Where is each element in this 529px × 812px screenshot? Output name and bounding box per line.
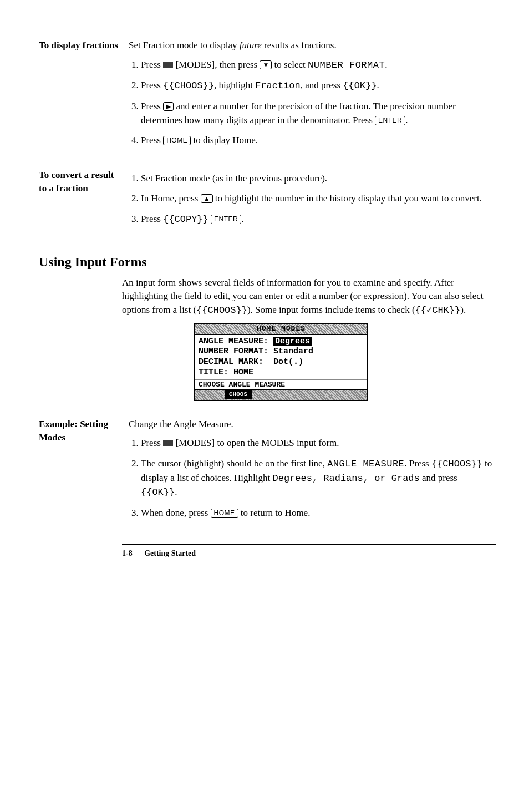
field-value: HOME (233, 368, 253, 377)
number-format-label: NUMBER FORMAT (308, 60, 385, 70)
body-display-fractions: Set Fraction mode to display future resu… (129, 39, 496, 154)
home-key-icon: HOME (211, 509, 238, 518)
enter-key-icon: ENTER (211, 215, 241, 224)
screen-line-decimal: DECIMAL MARK: Dot(.) (199, 357, 364, 368)
angle-measure-label: ANGLE MEASURE (327, 459, 404, 469)
down-arrow-key-icon: ▼ (260, 60, 272, 69)
text: When done, press (141, 507, 211, 518)
screen-line-number: NUMBER FORMAT: Standard (199, 347, 364, 357)
softkey-3 (253, 390, 281, 399)
text: . Press (404, 458, 431, 469)
screen-softkeys: CHOOS (195, 389, 367, 400)
text: , then press (215, 59, 260, 70)
step-1: Set Fraction mode (as in the previous pr… (141, 172, 496, 186)
choos-softkey: {{CHOOS}} (163, 80, 214, 91)
screen-line-title: TITLE: HOME (199, 368, 364, 378)
home-key-icon: HOME (163, 136, 191, 145)
step-3: Press {{COPY}} ENTER. (141, 212, 496, 227)
text: to highlight the number in the history d… (213, 193, 482, 204)
text: Press (141, 59, 163, 70)
ok-softkey: {{OK}} (343, 80, 377, 91)
field-value: Standard (273, 347, 313, 356)
body-convert-fraction: Set Fraction mode (as in the previous pr… (129, 169, 496, 234)
text: , and press (301, 80, 343, 90)
text: . (385, 59, 387, 70)
softkey-2: CHOOS (225, 390, 252, 399)
field-label: DECIMAL MARK: (199, 357, 263, 367)
text: Press (141, 214, 163, 224)
text: Press (141, 438, 163, 448)
heading-using-input-forms: Using Input Forms (39, 252, 496, 272)
shift-key-icon (163, 62, 173, 68)
text: . (377, 80, 379, 90)
text: . (175, 486, 177, 497)
text: to return to Home. (238, 507, 311, 518)
step-1: Press [MODES], then press ▼ to select NU… (141, 58, 496, 73)
choos-softkey: {{CHOOS}} (196, 305, 247, 316)
paragraph-input-forms: An input form shows several fields of in… (122, 276, 496, 318)
right-arrow-key-icon: ▶ (163, 102, 174, 111)
steps-example: Press [MODES] to open the MODES input fo… (129, 437, 496, 520)
step-3: When done, press HOME to return to Home. (141, 506, 496, 520)
sidehead-display-fractions: To display fractions (39, 39, 129, 154)
text: , highlight (214, 80, 255, 90)
up-arrow-key-icon: ▲ (201, 194, 213, 203)
step-4: Press HOME to display Home. (141, 134, 496, 148)
text: to display Home. (191, 135, 258, 145)
ok-softkey: {{OK}} (141, 487, 175, 498)
screen-hint: CHOOSE ANGLE MEASURE (195, 379, 367, 389)
text: . (241, 214, 243, 224)
field-value-highlighted: Degrees (273, 337, 312, 346)
steps-display-fractions: Press [MODES], then press ▼ to select NU… (129, 58, 496, 148)
text: ). (460, 304, 466, 315)
screen-body: ANGLE MEASURE: Degrees NUMBER FORMAT: St… (195, 335, 367, 379)
intro-display-fractions: Set Fraction mode to display future resu… (129, 39, 496, 53)
field-label: ANGLE MEASURE: (199, 337, 268, 346)
body-example: Change the Angle Measure. Press [MODES] … (129, 418, 496, 527)
text: and enter a number for the precision of … (141, 101, 456, 125)
text: . (405, 115, 408, 125)
sidehead-example: Example: Setting Modes (39, 418, 129, 527)
modes-key-label: [MODES] (173, 438, 215, 448)
step-3: Press ▶ and enter a number for the preci… (141, 100, 496, 127)
enter-key-icon: ENTER (375, 116, 405, 125)
modes-key-label: [MODES] (173, 59, 215, 70)
softkey-4 (282, 390, 309, 399)
text: Set Fraction mode to display (129, 40, 240, 50)
field-value: Dot(.) (273, 357, 303, 367)
chapter-title: Getting Started (144, 549, 196, 557)
step-2: In Home, press ▲ to highlight the number… (141, 192, 496, 206)
choos-softkey: {{CHOOS}} (431, 459, 482, 469)
field-label: NUMBER FORMAT: (199, 347, 268, 356)
text: results as fractions. (262, 40, 337, 50)
text: Press (141, 135, 163, 145)
intro-example: Change the Angle Measure. (129, 418, 496, 432)
text: to select (272, 59, 308, 70)
section-display-fractions: To display fractions Set Fraction mode t… (39, 39, 496, 154)
screen-line-angle: ANGLE MEASURE: Degrees (199, 337, 364, 347)
field-label: TITLE: (199, 368, 228, 377)
text: and press (420, 473, 457, 483)
step-2: The cursor (highlight) should be on the … (141, 457, 496, 500)
footer-rule (122, 544, 496, 545)
softkey-1 (196, 390, 223, 399)
text: In Home, press (141, 193, 201, 204)
section-convert-fraction: To convert a result to a fraction Set Fr… (39, 169, 496, 234)
fraction-option: Fraction (255, 80, 301, 91)
shift-key-icon (163, 440, 173, 446)
text: Press (141, 80, 163, 90)
calculator-screen: HOME MODES ANGLE MEASURE: Degrees NUMBER… (194, 323, 496, 400)
angle-options: Degrees, Radians, or Grads (273, 473, 420, 484)
emphasis-future: future (240, 40, 262, 50)
softkey-5 (311, 390, 338, 399)
screen-title: HOME MODES (195, 324, 367, 334)
text: ). Some input forms include items to che… (247, 304, 415, 315)
intro-using-input-forms: An input form shows several fields of in… (122, 276, 496, 401)
text: Press (141, 101, 163, 111)
sidehead-convert-fraction: To convert a result to a fraction (39, 169, 129, 234)
text: to open the MODES input form. (215, 438, 339, 448)
page-number: 1-8 (122, 549, 133, 557)
step-1: Press [MODES] to open the MODES input fo… (141, 437, 496, 450)
steps-convert-fraction: Set Fraction mode (as in the previous pr… (129, 172, 496, 227)
page-footer: 1-8 Getting Started (122, 548, 496, 559)
